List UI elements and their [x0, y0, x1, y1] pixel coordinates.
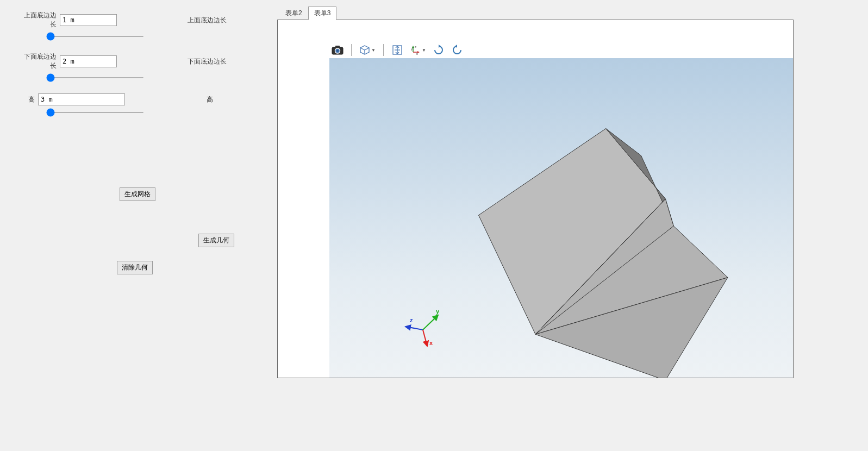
param-bottom-sublabel: 下面底边边长	[188, 57, 227, 66]
svg-marker-16	[439, 45, 441, 48]
axis-triad: z y x	[400, 307, 444, 350]
toolbar-separator	[351, 44, 352, 56]
svg-point-3	[336, 50, 339, 52]
svg-marker-17	[455, 45, 457, 48]
tab-bar: 表单2 表单3	[279, 7, 846, 20]
param-top-group: 上面底边边长 上面底边边长	[22, 11, 255, 29]
param-height-input[interactable]	[38, 93, 125, 105]
rotate-ccw-icon[interactable]	[449, 42, 465, 58]
tab-form3[interactable]: 表单3	[308, 7, 337, 20]
viewer-toolbar: ▼ zyx ▼	[329, 42, 465, 58]
rotate-cw-icon[interactable]	[430, 42, 447, 58]
param-top-slider[interactable]	[46, 36, 144, 37]
svg-text:z: z	[415, 45, 416, 48]
graphics-viewer[interactable]: ▼ zyx ▼	[277, 20, 794, 378]
param-height-sublabel: 高	[207, 95, 213, 104]
axes-icon[interactable]: zyx ▼	[408, 42, 428, 58]
svg-text:z: z	[410, 317, 413, 323]
svg-line-26	[423, 330, 427, 346]
param-bottom-slider[interactable]	[46, 77, 144, 78]
toolbar-separator	[383, 44, 384, 56]
svg-text:x: x	[429, 340, 433, 346]
geometry-shape	[329, 58, 793, 378]
param-top-label: 上面底边边长	[22, 11, 60, 29]
param-height-group: 高 高	[22, 93, 255, 105]
param-top-input[interactable]	[60, 14, 117, 26]
zoom-extents-icon[interactable]	[389, 42, 405, 58]
generate-geometry-button[interactable]: 生成几何	[198, 234, 234, 247]
clear-geometry-button[interactable]: 清除几何	[117, 261, 153, 274]
param-bottom-input[interactable]	[60, 55, 117, 67]
svg-line-24	[405, 327, 423, 330]
svg-text:x: x	[416, 52, 418, 55]
param-bottom-label: 下面底边边长	[22, 52, 60, 71]
param-bottom-group: 下面底边边长 下面底边边长	[22, 52, 255, 71]
svg-text:y: y	[436, 308, 440, 315]
viewer-panel: 表单2 表单3 ▼ zyx ▼	[277, 0, 868, 451]
camera-icon[interactable]	[329, 42, 346, 58]
svg-text:y: y	[411, 47, 413, 51]
tab-form2[interactable]: 表单2	[279, 7, 308, 20]
svg-line-25	[423, 315, 438, 330]
chevron-down-icon: ▼	[422, 48, 426, 53]
svg-rect-1	[335, 46, 340, 48]
param-top-sublabel: 上面底边边长	[188, 16, 227, 25]
chevron-down-icon: ▼	[371, 48, 376, 53]
parameters-panel: 上面底边边长 上面底边边长 下面底边边长 下面底边边长 高 高 生成网格 生成几…	[0, 0, 277, 451]
generate-mesh-button[interactable]: 生成网格	[120, 187, 155, 201]
param-height-slider[interactable]	[46, 112, 144, 113]
cube-icon[interactable]: ▼	[357, 42, 378, 58]
param-height-label: 高	[22, 95, 38, 104]
3d-canvas[interactable]: z y x	[329, 58, 793, 378]
